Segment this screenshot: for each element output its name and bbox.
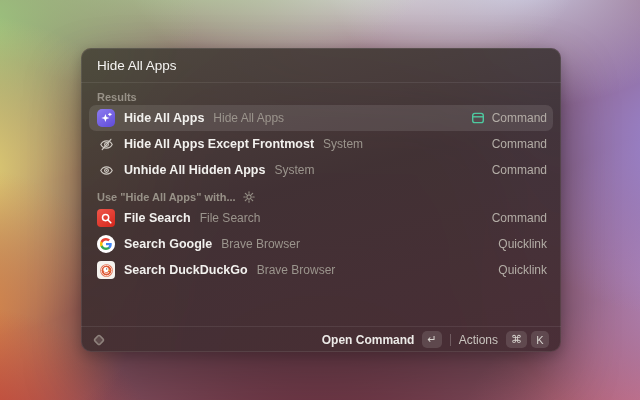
row-subtitle: Hide All Apps: [213, 111, 284, 125]
open-command-hint[interactable]: Open Command ↵: [322, 331, 442, 348]
footer-bar: Open Command ↵ Actions ⌘ K: [81, 326, 561, 352]
actions-hint[interactable]: Actions ⌘ K: [459, 331, 549, 348]
google-icon: [97, 235, 115, 253]
row-type-label: Quicklink: [498, 263, 547, 277]
footer-divider: [450, 334, 451, 346]
row-type-label: Command: [492, 211, 547, 225]
raycast-logo-icon: [91, 332, 107, 348]
row-title: Search Google: [124, 237, 212, 251]
duckduckgo-icon: [97, 261, 115, 279]
gear-icon[interactable]: [243, 191, 255, 203]
section-header-use-with: Use "Hide All Apps" with...: [89, 189, 553, 205]
search-input[interactable]: [97, 58, 545, 73]
file-search-icon: [97, 209, 115, 227]
k-key-badge: K: [531, 331, 549, 348]
section-use-with-label: Use "Hide All Apps" with...: [97, 191, 236, 203]
row-subtitle: File Search: [200, 211, 261, 225]
result-row-hide-except-frontmost[interactable]: Hide All Apps Except Frontmost System Co…: [89, 131, 553, 157]
row-type-label: Quicklink: [498, 237, 547, 251]
actions-label: Actions: [459, 333, 498, 347]
search-bar: [81, 48, 561, 83]
eye-slash-icon: [97, 135, 115, 153]
command-window-icon: [471, 111, 485, 125]
row-title: Hide All Apps Except Frontmost: [124, 137, 314, 151]
row-title: Search DuckDuckGo: [124, 263, 248, 277]
row-subtitle: System: [274, 163, 314, 177]
result-row-unhide-all-hidden[interactable]: Unhide All Hidden Apps System Command: [89, 157, 553, 183]
section-header-results: Results: [89, 89, 553, 105]
row-subtitle: Brave Browser: [221, 237, 300, 251]
row-title: Unhide All Hidden Apps: [124, 163, 265, 177]
result-row-search-google[interactable]: Search Google Brave Browser Quicklink: [89, 231, 553, 257]
row-type-label: Command: [492, 137, 547, 151]
return-key-badge: ↵: [422, 331, 441, 348]
hide-all-apps-extension-icon: [97, 109, 115, 127]
row-subtitle: Brave Browser: [257, 263, 336, 277]
eye-icon: [97, 161, 115, 179]
result-row-file-search[interactable]: File Search File Search Command: [89, 205, 553, 231]
row-subtitle: System: [323, 137, 363, 151]
result-row-hide-all-apps[interactable]: Hide All Apps Hide All Apps Command: [89, 105, 553, 131]
open-command-label: Open Command: [322, 333, 415, 347]
row-type-label: Command: [492, 163, 547, 177]
cmd-key-badge: ⌘: [506, 331, 527, 348]
launcher-window: Results Hide All Apps Hide All Apps Comm…: [81, 48, 561, 352]
section-results-label: Results: [97, 91, 137, 103]
row-title: Hide All Apps: [124, 111, 204, 125]
result-row-search-duckduckgo[interactable]: Search DuckDuckGo Brave Browser Quicklin…: [89, 257, 553, 283]
row-title: File Search: [124, 211, 191, 225]
row-type-label: Command: [492, 111, 547, 125]
result-list: Results Hide All Apps Hide All Apps Comm…: [81, 83, 561, 326]
